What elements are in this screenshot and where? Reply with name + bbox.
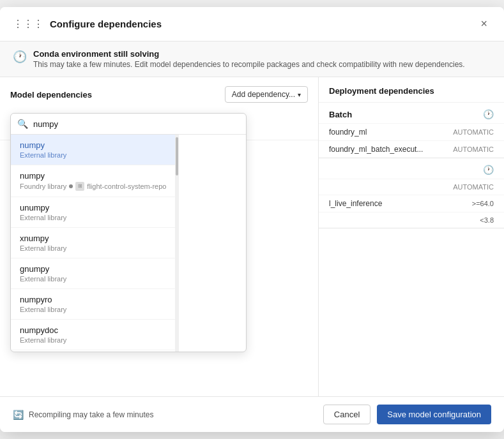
- scrollbar-thumb: [176, 137, 178, 175]
- clock-icon: 🕐: [13, 50, 27, 64]
- left-panel: Model dependencies Add dependency... ▾ f…: [0, 77, 319, 396]
- dep-name: foundry_ml_batch_execut...: [329, 145, 423, 154]
- dropdown-item-name: numpydoc: [20, 325, 166, 335]
- deployment-deps-title: Deployment dependencies: [319, 77, 504, 103]
- dropdown-scrollbar[interactable]: [175, 135, 179, 352]
- dropdown-item-name: numpy: [20, 171, 166, 181]
- dep-badge: AUTOMATIC: [453, 128, 494, 136]
- table-row: l_live_inference >=64.0: [319, 195, 504, 212]
- add-dependency-button[interactable]: Add dependency... ▾: [225, 86, 308, 103]
- recompile-icon: 🔄: [13, 410, 24, 420]
- dropdown-item-name: numpyro: [20, 295, 166, 304]
- table-row: <3.8: [319, 212, 504, 228]
- right-panel: Deployment dependencies Batch 🕐 foundry_…: [319, 77, 504, 396]
- dropdown-item-name: unumpy: [20, 203, 166, 212]
- list-item[interactable]: xnumpy External library: [11, 228, 175, 258]
- dropdown-item-name: gnumpy: [20, 264, 166, 274]
- dialog-body: Model dependencies Add dependency... ▾ f…: [0, 77, 504, 396]
- model-deps-header: Model dependencies Add dependency... ▾: [0, 77, 318, 109]
- dropdown-container: 🔍 numpy External library num: [10, 113, 247, 352]
- dropdown-item-sub: External library: [20, 151, 166, 159]
- dropdown-item-sub: External library: [20, 214, 166, 221]
- dialog-footer: 🔄 Recompiling may take a few minutes Can…: [0, 396, 504, 432]
- second-section-header: 🕐: [319, 158, 504, 179]
- dep-name: l_live_inference: [329, 199, 382, 208]
- foundry-label: Foundry library: [20, 182, 66, 190]
- table-row: foundry_ml AUTOMATIC: [319, 123, 504, 140]
- list-item[interactable]: numpydoc External library: [11, 320, 175, 350]
- second-deploy-section: 🕐 AUTOMATIC l_live_inference >=64.0 <3.8: [319, 158, 504, 228]
- chevron-down-icon: ▾: [298, 91, 301, 98]
- repo-name: flight-control-system-repo: [87, 182, 166, 190]
- save-model-configuration-button[interactable]: Save model configuration: [377, 405, 491, 424]
- footer-status: 🔄 Recompiling may take a few minutes: [13, 410, 153, 420]
- dropdown-item-name: numpy: [20, 140, 166, 150]
- dep-badge: AUTOMATIC: [453, 145, 494, 153]
- dropdown-item-sub: External library: [20, 275, 166, 283]
- list-item[interactable]: numpy External library: [11, 135, 175, 165]
- conda-banner-title: Conda environment still solving: [33, 49, 465, 59]
- list-item[interactable]: numpyro External library: [11, 289, 175, 320]
- conda-banner-content: Conda environment still solving This may…: [33, 49, 465, 69]
- search-icon: 🔍: [17, 119, 28, 129]
- repo-icon: ⊞: [75, 182, 84, 191]
- dep-badge: AUTOMATIC: [453, 183, 494, 191]
- table-row: AUTOMATIC: [319, 179, 504, 195]
- search-dropdown: 🔍 numpy External library num: [10, 113, 318, 352]
- model-deps-title: Model dependencies: [10, 90, 92, 100]
- dialog-title: Configure dependencies: [50, 19, 477, 29]
- table-row: foundry_ml_batch_execut... AUTOMATIC: [319, 140, 504, 158]
- search-box: 🔍: [11, 114, 246, 135]
- dropdown-item-name: xnumpy: [20, 234, 166, 243]
- dep-version: <3.8: [480, 216, 494, 224]
- dropdown-list: numpy External library numpy Foundry lib…: [11, 135, 175, 352]
- dropdown-item-sub: Foundry library ⊞ flight-control-system-…: [20, 182, 166, 191]
- list-item[interactable]: numpy-stl External library: [11, 350, 175, 352]
- grid-icon: ⋮⋮⋮: [13, 18, 43, 30]
- close-button[interactable]: ×: [477, 16, 491, 32]
- dropdown-item-sub: External library: [20, 306, 166, 313]
- footer-status-text: Recompiling may take a few minutes: [29, 410, 153, 419]
- clock-icon: 🕐: [483, 165, 494, 175]
- batch-section: Batch 🕐 foundry_ml AUTOMATIC foundry_ml_…: [319, 103, 504, 158]
- conda-banner-description: This may take a few minutes. Edit model …: [33, 60, 465, 69]
- dropdown-item-sub: External library: [20, 244, 166, 252]
- clock-icon: 🕐: [483, 109, 494, 119]
- batch-section-name: Batch: [329, 110, 352, 119]
- cancel-button[interactable]: Cancel: [323, 405, 370, 424]
- dropdown-item-sub: External library: [20, 336, 166, 344]
- add-dep-label: Add dependency...: [232, 90, 295, 99]
- dep-name: foundry_ml: [329, 128, 367, 137]
- search-input[interactable]: [33, 119, 240, 129]
- footer-buttons: Cancel Save model configuration: [323, 405, 491, 424]
- list-item[interactable]: numpy Foundry library ⊞ flight-control-s…: [11, 165, 175, 197]
- conda-banner: 🕐 Conda environment still solving This m…: [0, 41, 504, 77]
- list-item[interactable]: unumpy External library: [11, 197, 175, 228]
- batch-section-header: Batch 🕐: [319, 103, 504, 123]
- dialog-header: ⋮⋮⋮ Configure dependencies ×: [0, 7, 504, 41]
- configure-dependencies-dialog: ⋮⋮⋮ Configure dependencies × 🕐 Conda env…: [0, 7, 504, 432]
- dep-version: >=64.0: [472, 200, 494, 207]
- dropdown-scroll-area: numpy External library numpy Foundry lib…: [11, 135, 246, 352]
- list-item[interactable]: gnumpy External library: [11, 258, 175, 289]
- separator-dot: [69, 184, 73, 188]
